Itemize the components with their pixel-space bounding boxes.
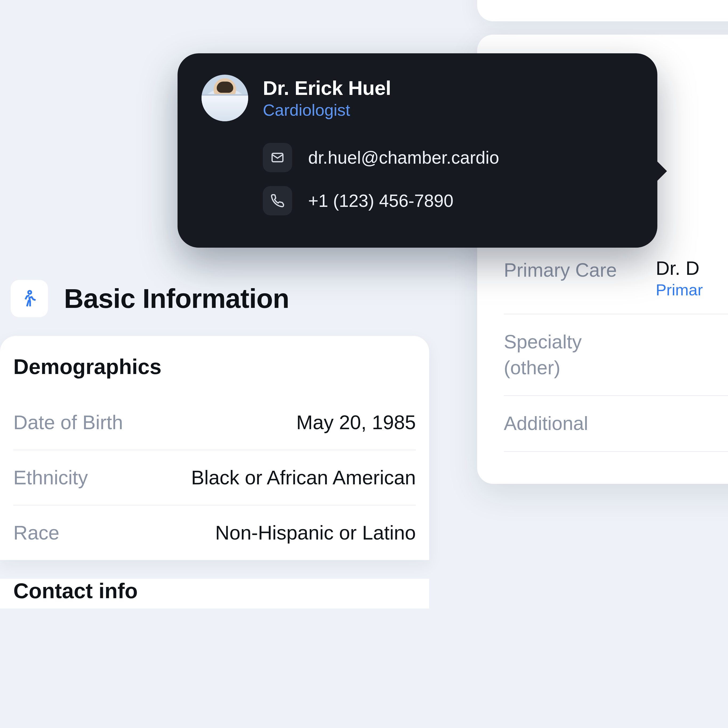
doctor-email: dr.huel@chamber.cardio xyxy=(308,147,499,168)
additional-label: Additional xyxy=(504,410,626,436)
card-strip-top xyxy=(477,0,728,21)
ethnicity-label: Ethnicity xyxy=(13,466,88,489)
primary-care-value[interactable]: Dr. D xyxy=(656,257,703,279)
row-primary-care: Primary Care Dr. D Primar xyxy=(504,243,728,314)
doctor-role[interactable]: Cardiologist xyxy=(263,101,391,119)
popover-email-row[interactable]: dr.huel@chamber.cardio xyxy=(202,136,628,179)
svg-point-0 xyxy=(28,291,31,294)
popover-header: Dr. Erick Huel Cardiologist xyxy=(202,75,628,121)
primary-care-label: Primary Care xyxy=(504,257,626,283)
basic-information-section: Basic Information Demographics Date of B… xyxy=(0,264,429,609)
basic-information-title: Basic Information xyxy=(64,283,289,314)
race-label: Race xyxy=(13,522,60,544)
contact-info-heading: Contact info xyxy=(0,579,429,609)
demographics-heading: Demographics xyxy=(13,355,416,379)
basic-information-header: Basic Information xyxy=(0,264,429,336)
specialty-label: Specialty (other) xyxy=(504,329,626,381)
ethnicity-value: Black or African American xyxy=(191,466,416,489)
person-walking-icon xyxy=(11,280,48,317)
dob-value: May 20, 1985 xyxy=(297,411,416,434)
doctor-avatar[interactable] xyxy=(202,75,248,121)
demographics-card: Demographics Date of Birth May 20, 1985 … xyxy=(0,336,429,560)
popover-phone-row[interactable]: +1 (123) 456-7890 xyxy=(202,179,628,222)
primary-care-sub[interactable]: Primar xyxy=(656,281,703,299)
race-value: Non-Hispanic or Latino xyxy=(215,522,416,544)
row-ethnicity: Ethnicity Black or African American xyxy=(13,450,416,505)
row-specialty: Specialty (other) xyxy=(504,314,728,396)
row-date-of-birth: Date of Birth May 20, 1985 xyxy=(13,395,416,450)
mail-icon xyxy=(263,143,292,172)
row-race: Race Non-Hispanic or Latino xyxy=(13,505,416,560)
phone-icon xyxy=(263,186,292,216)
dob-label: Date of Birth xyxy=(13,411,123,434)
doctor-name: Dr. Erick Huel xyxy=(263,76,391,99)
doctor-phone: +1 (123) 456-7890 xyxy=(308,191,453,211)
row-additional: Additional xyxy=(504,396,728,451)
doctor-popover: Dr. Erick Huel Cardiologist dr.huel@cham… xyxy=(177,53,658,248)
